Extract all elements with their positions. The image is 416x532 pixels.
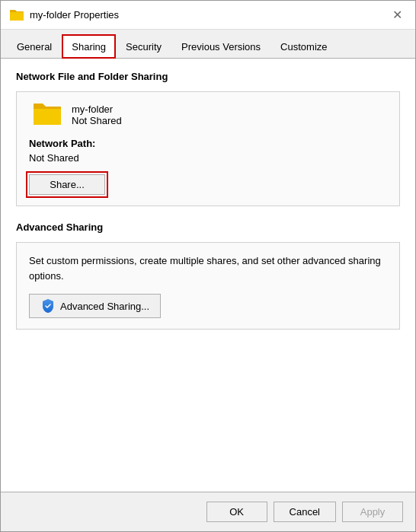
folder-info: my-folder Not Shared (72, 104, 122, 126)
properties-window: my-folder Properties ✕ General Sharing S… (0, 0, 416, 532)
tab-general[interactable]: General (7, 34, 62, 59)
tab-customize[interactable]: Customize (270, 34, 337, 59)
advanced-sharing-section: Advanced Sharing Set custom permissions,… (16, 221, 400, 330)
title-folder-icon (10, 9, 24, 21)
network-sharing-title: Network File and Folder Sharing (16, 71, 400, 82)
advanced-sharing-button[interactable]: Advanced Sharing... (29, 294, 161, 318)
ok-button[interactable]: OK (206, 502, 267, 522)
tabs-bar: General Sharing Security Previous Versio… (1, 30, 415, 59)
folder-name: my-folder (72, 104, 122, 115)
folder-row: my-folder Not Shared (29, 103, 387, 127)
window-title: my-folder Properties (30, 9, 388, 21)
network-sharing-section: Network File and Folder Sharing my-folde… (16, 71, 400, 206)
network-path-value: Not Shared (29, 152, 387, 164)
folder-icon (32, 103, 62, 127)
tab-security[interactable]: Security (116, 34, 171, 59)
tab-content-sharing: Network File and Folder Sharing my-folde… (1, 59, 415, 492)
network-path-label: Network Path: (29, 138, 387, 149)
title-bar: my-folder Properties ✕ (1, 1, 415, 30)
share-button[interactable]: Share... (29, 174, 105, 195)
cancel-button[interactable]: Cancel (274, 502, 336, 522)
advanced-sharing-btn-label: Advanced Sharing... (60, 301, 149, 312)
tab-previous-versions[interactable]: Previous Versions (171, 34, 270, 59)
tab-sharing[interactable]: Sharing (62, 34, 116, 59)
close-button[interactable]: ✕ (388, 6, 406, 24)
footer: OK Cancel Apply (1, 492, 415, 531)
apply-button[interactable]: Apply (342, 502, 403, 522)
network-sharing-content: my-folder Not Shared Network Path: Not S… (16, 91, 400, 206)
folder-not-shared: Not Shared (72, 115, 122, 126)
shield-icon (40, 298, 56, 314)
advanced-desc: Set custom permissions, create multiple … (29, 253, 387, 283)
advanced-sharing-content: Set custom permissions, create multiple … (16, 242, 400, 330)
advanced-sharing-title: Advanced Sharing (16, 221, 400, 233)
